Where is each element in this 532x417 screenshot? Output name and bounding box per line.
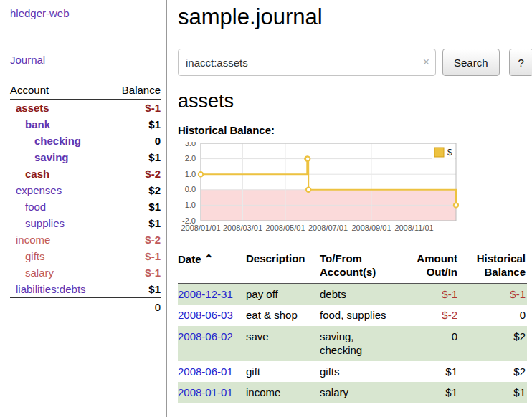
account-balance: $1 [110,215,161,231]
accounts-table-header: Account Balance [10,82,161,100]
account-balance: $-1 [110,100,161,117]
register-amount: $1 [400,382,459,403]
account-row: income$-2 [10,231,161,248]
transaction-date-link[interactable]: 2008-06-02 [178,330,233,342]
svg-text:$: $ [447,148,452,158]
account-row: food$1 [10,198,161,215]
register-balance: $-1 [459,283,527,305]
historical-balance-column-header: Historical Balance [459,251,527,283]
account-balance: $-2 [110,231,161,248]
register-description: eat & shop [246,305,320,326]
svg-text:2008/07/01: 2008/07/01 [308,224,348,232]
register-row: 2008-06-02savesaving, checking0$2 [178,326,527,361]
svg-text:2.0: 2.0 [185,154,196,163]
transaction-date-link[interactable]: 2008-12-31 [178,288,233,300]
register-row: 2008-06-01giftgifts$1$2 [178,361,527,383]
account-balance: $1 [110,281,161,298]
register-header-row: Date⌃ Description To/From Account(s) Amo… [178,251,527,283]
help-button[interactable]: ? [509,49,532,76]
register-description: save [246,326,320,361]
account-row: assets$-1 [10,100,161,117]
sidebar-item-journal[interactable]: Journal [0,54,166,66]
search-bar: × Search ? [178,49,532,76]
account-balance: $-1 [110,264,161,281]
sidebar-account-link[interactable]: food [10,201,46,213]
account-balance: $1 [110,198,161,215]
clear-search-icon[interactable]: × [423,55,429,70]
page-title: sample.journal [178,4,532,30]
register-description: income [246,382,320,403]
register-accounts: saving, checking [320,326,400,361]
accounts-total-row: 0 [10,298,161,317]
accounts-total-spacer [10,298,110,317]
chart-label: Historical Balance: [178,124,532,136]
sidebar-account-link[interactable]: salary [10,267,54,279]
svg-text:-1.0: -1.0 [182,201,196,209]
accounts-total-value: 0 [110,298,161,317]
balance-chart: 3.02.01.00.0-1.0-2.02008/01/012008/03/01… [178,142,459,235]
account-row: liabilities:debts$1 [10,281,161,298]
sidebar-account-link[interactable]: cash [10,168,49,180]
description-column-header: Description [246,251,320,283]
sidebar-account-link[interactable]: supplies [10,217,65,229]
account-row: supplies$1 [10,215,161,231]
main-content: sample.journal × Search ? assets Histori… [167,0,532,417]
sidebar-account-link[interactable]: checking [10,135,81,147]
svg-text:3.0: 3.0 [185,142,196,148]
sidebar-account-link[interactable]: expenses [10,184,62,196]
register-row: 2008-06-03eat & shopfood, supplies$-20 [178,305,527,326]
account-balance: $-2 [110,166,161,182]
transaction-date-link[interactable]: 2008-06-01 [178,365,233,378]
date-column-header[interactable]: Date⌃ [178,251,246,283]
register-description: gift [246,361,320,383]
transaction-date-link[interactable]: 2008-06-03 [178,309,233,321]
sidebar-account-link[interactable]: gifts [10,250,45,262]
account-row: salary$-1 [10,264,161,281]
register-balance: $2 [459,361,527,383]
accounts-table: Account Balance assets$-1bank$1checking0… [10,82,161,316]
account-row: saving$1 [10,149,161,166]
register-accounts: debts [320,283,400,305]
sidebar-account-link[interactable]: liabilities:debts [10,283,86,295]
account-balance: $-1 [110,248,161,264]
register-amount: 0 [400,326,459,361]
register-accounts: food, supplies [320,305,400,326]
account-balance: 0 [110,133,161,149]
account-row: gifts$-1 [10,248,161,264]
register-amount: $-1 [400,283,459,305]
svg-text:2008/09/01: 2008/09/01 [351,224,391,232]
register-amount: $-2 [400,305,459,326]
account-balance: $2 [110,182,161,198]
register-table: Date⌃ Description To/From Account(s) Amo… [178,251,527,403]
register-row: 2008-12-31pay offdebts$-1$-1 [178,283,527,305]
account-row: expenses$2 [10,182,161,198]
search-input-wrap: × [178,49,436,76]
register-description: pay off [246,283,320,305]
account-balance: $1 [110,149,161,166]
account-row: bank$1 [10,116,161,133]
sidebar-account-link[interactable]: saving [10,151,69,163]
sidebar-account-link[interactable]: assets [10,102,49,114]
account-balance: $1 [110,116,161,133]
transaction-date-link[interactable]: 2008-01-01 [178,386,233,398]
svg-text:2008/05/01: 2008/05/01 [265,224,305,232]
balance-column-header: Balance [110,82,161,100]
search-button[interactable]: Search [442,49,500,76]
app-title-link[interactable]: hledger-web [0,7,166,19]
app-window: hledger-web Journal Account Balance asse… [0,0,532,417]
register-balance: 0 [459,305,527,326]
register-balance: $2 [459,326,527,361]
register-amount: $1 [400,361,459,383]
sidebar-account-link[interactable]: bank [10,118,50,130]
register-balance: $1 [459,382,527,403]
account-column-header: Account [10,82,110,100]
account-section-title: assets [178,90,532,112]
search-input[interactable] [178,49,436,76]
register-accounts: salary [320,382,400,403]
date-column-label: Date [178,253,201,265]
register-accounts: gifts [320,361,400,383]
svg-text:1.0: 1.0 [185,170,196,178]
sidebar-account-link[interactable]: income [10,234,50,246]
svg-text:2008/03/01: 2008/03/01 [223,224,262,232]
sort-ascending-icon: ⌃ [204,253,214,265]
